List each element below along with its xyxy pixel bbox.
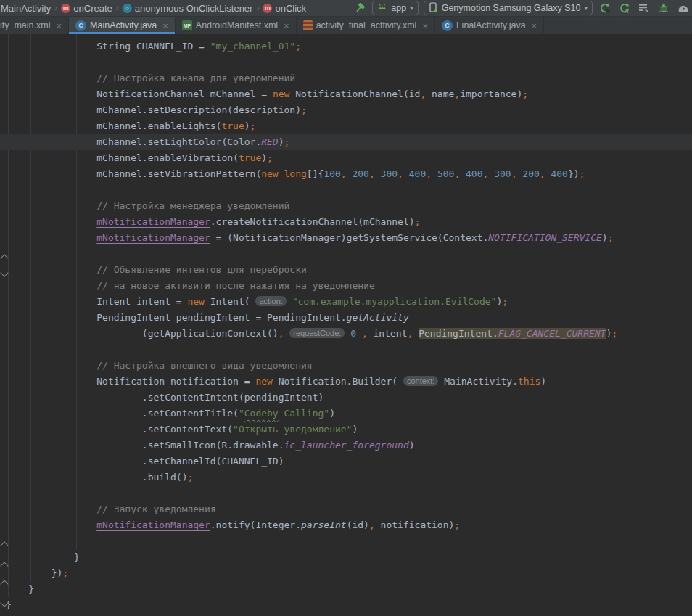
code-line[interactable]: } (0, 597, 692, 613)
code-line[interactable]: .setContentText("Открыть уведомление") (0, 422, 692, 438)
code-line[interactable]: mNotificationManager = (NotificationMana… (0, 230, 692, 246)
tab-MainActivity.java[interactable]: CMainActivity.java× (69, 17, 176, 34)
code-token (356, 328, 362, 339)
code-token: // Запуск уведомления (96, 504, 215, 514)
tab-activity_final_acttivity.xml[interactable]: activity_final_acttivity.xml× (297, 17, 435, 34)
device-select[interactable]: Genymotion Samsung Galaxy S10 ▾ (424, 1, 593, 15)
code-token: ; (250, 120, 256, 131)
code-token: 200 (522, 168, 539, 179)
code-line[interactable]: String CHANNEL_ID = "my_channel_01"; (0, 38, 692, 54)
run-configuration-select[interactable]: app ▾ (372, 1, 418, 15)
code-token: ; (502, 296, 508, 307)
code-line[interactable]: (getApplicationContext(), requestCode: 0… (0, 326, 692, 342)
code-line[interactable]: mChannel.enableLights(true); (0, 118, 692, 134)
code-token: FLAG_CANCEL_CURRENT (498, 328, 606, 339)
code-line[interactable]: // на новое активити после нажатия на ув… (0, 278, 692, 294)
breadcrumb-item[interactable]: monCreate (61, 3, 112, 14)
code-line[interactable]: Intent intent = new Intent( action: "com… (0, 294, 692, 310)
device-label: Genymotion Samsung Galaxy S10 (442, 3, 581, 13)
code-line[interactable]: // Настройка канала для уведомлений (0, 70, 692, 86)
code-line[interactable]: }); (0, 565, 692, 581)
anonymous-class-icon: ○ (123, 4, 132, 13)
code-line[interactable]: Notification notification = new Notifica… (0, 374, 692, 390)
code-line[interactable]: PendingIntent pendingIntent = PendingInt… (0, 310, 692, 326)
code-token: , (279, 328, 284, 339)
code-line[interactable]: mNotificationManager.notify(Integer.pars… (0, 517, 692, 533)
code-line[interactable]: .build(); (0, 469, 692, 485)
code-token: mNotificationManager (96, 216, 210, 227)
tab-ity_main.xml[interactable]: ity_main.xml× (0, 17, 69, 34)
code-line[interactable]: mChannel.setDescription(description); (0, 102, 692, 118)
code-token: ic_launcher_foreground (284, 440, 409, 451)
code-token: mChannel.setLightColor(Color. (96, 136, 261, 147)
code-token: (id) (347, 520, 369, 530)
code-token: ; (295, 41, 301, 52)
code-line[interactable]: } (0, 549, 692, 565)
code-area[interactable]: String CHANNEL_ID = "my_channel_01"; // … (0, 34, 692, 613)
code-token: ) (261, 152, 267, 163)
layout-xml2-icon (303, 20, 313, 30)
code-line[interactable]: .setChannelId(CHANNEL_ID) (0, 453, 692, 469)
breadcrumb-item[interactable]: monClick (263, 3, 306, 14)
code-line[interactable]: .setContentIntent(pendingIntent) (0, 390, 692, 406)
code-token: mChannel.enableLights( (96, 120, 221, 131)
breadcrumb-item[interactable]: ○anonymous OnClickListener (123, 3, 253, 14)
close-icon[interactable]: × (532, 21, 537, 30)
chevron-down-icon: ▾ (584, 4, 588, 12)
code-token: " (239, 408, 244, 419)
close-icon[interactable]: × (284, 21, 289, 30)
tab-label: activity_final_acttivity.xml (316, 20, 417, 30)
code-line[interactable]: // Запуск уведомления (0, 501, 692, 517)
tab-AndroidManifest.xml[interactable]: MFAndroidManifest.xml× (176, 17, 297, 34)
code-line[interactable] (0, 54, 692, 70)
code-line[interactable]: mChannel.enableVibration(true); (0, 150, 692, 166)
code-token: Notification notification = (96, 376, 255, 387)
code-token: (getApplicationContext() (142, 328, 279, 339)
build-hammer-icon[interactable] (353, 1, 367, 15)
code-token: ; (522, 89, 528, 99)
code-token (460, 168, 466, 179)
code-line[interactable] (0, 485, 692, 501)
breadcrumb: MainActivity›monCreate›○anonymous OnClic… (0, 0, 306, 16)
code-token (287, 296, 292, 307)
code-line[interactable]: mNotificationManager.createNotificationC… (0, 214, 692, 230)
close-icon[interactable]: × (422, 21, 428, 30)
code-token: ) (409, 440, 415, 451)
tab-label: ity_main.xml (0, 20, 50, 30)
profile-icon[interactable] (676, 1, 691, 15)
code-token (413, 328, 419, 339)
code-token: = (NotificationManager)getSystemService(… (210, 232, 489, 243)
code-line[interactable]: // Обьявление интентов для переброски (0, 262, 692, 278)
code-token: Calling" (279, 408, 329, 419)
code-line[interactable]: // Настройка внешнего вида уведомления (0, 358, 692, 374)
code-line[interactable]: .setSmallIcon(R.drawable.ic_launcher_for… (0, 438, 692, 453)
code-line[interactable]: } (0, 581, 692, 597)
code-token: ) (602, 232, 608, 243)
code-line[interactable]: mChannel.setLightColor(Color.RED); (0, 134, 692, 150)
code-token: ; (62, 567, 68, 578)
code-line[interactable]: mChannel.setVibrationPattern(new long[]{… (0, 166, 692, 182)
code-line[interactable] (0, 342, 692, 358)
tab-FinalActtivity.java[interactable]: CFinalActtivity.java× (435, 17, 544, 34)
code-line[interactable]: NotificationChannel mChannel = new Notif… (0, 86, 692, 102)
code-line[interactable] (0, 182, 692, 198)
apply-code-changes-icon[interactable]: A (617, 1, 632, 15)
close-icon[interactable]: × (56, 21, 62, 30)
code-token: RED (261, 136, 278, 147)
close-icon[interactable]: × (162, 21, 168, 30)
code-token: mChannel.enableVibration( (96, 152, 239, 163)
chevron-down-icon: ▾ (410, 4, 413, 12)
code-line[interactable]: .setContentTitle("Codeby Calling") (0, 406, 692, 422)
run-configuration-label: app (391, 3, 406, 13)
attach-debugger-icon[interactable] (637, 1, 651, 15)
code-line[interactable] (0, 246, 692, 262)
code-token: mChannel.setDescription(description) (96, 104, 301, 115)
breadcrumb-item[interactable]: MainActivity (1, 3, 51, 14)
code-token: mChannel.setVibrationPattern( (96, 168, 261, 179)
code-line[interactable] (0, 533, 692, 549)
code-editor[interactable]: String CHANNEL_ID = "my_channel_01"; // … (0, 34, 692, 616)
debug-icon[interactable] (656, 1, 671, 15)
code-token: // Настройка менеджера уведомлений (96, 200, 289, 211)
code-line[interactable]: // Настройка менеджера уведомлений (0, 198, 692, 214)
apply-changes-restart-icon[interactable] (598, 1, 612, 15)
